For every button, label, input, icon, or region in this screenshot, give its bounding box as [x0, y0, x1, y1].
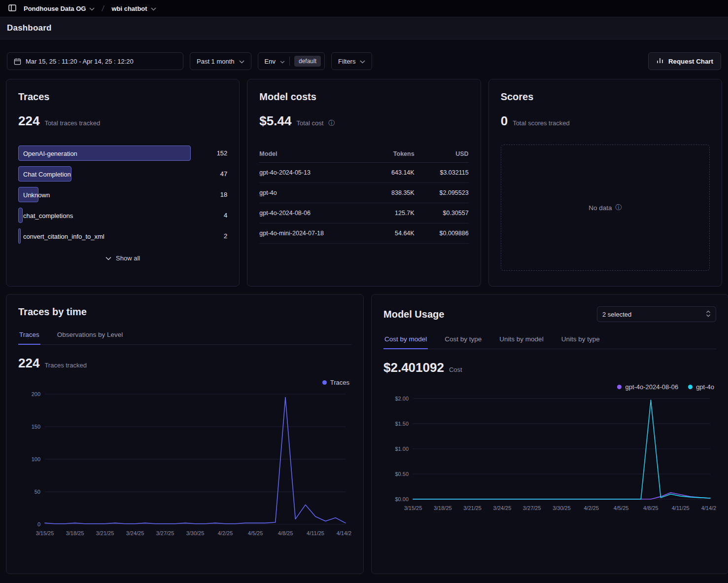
model-cell: gpt-4o-mini-2024-07-18 — [259, 223, 354, 244]
legend-dot — [322, 380, 327, 385]
svg-text:3/30/25: 3/30/25 — [553, 505, 571, 511]
model-costs-table: Model Tokens USD gpt-4o-2024-05-13 643.1… — [259, 146, 468, 244]
dashboard-cards: Traces 224 Total traces tracked OpenAI-g… — [0, 77, 728, 580]
chevron-down-icon — [280, 58, 285, 65]
svg-text:3/21/25: 3/21/25 — [463, 505, 482, 511]
env-label: Env — [265, 58, 276, 65]
model-cell: gpt-4o — [259, 183, 354, 203]
trace-bar-label: Unknown — [23, 191, 50, 198]
trace-bar-row[interactable]: Unknown 18 — [18, 187, 227, 202]
svg-text:4/8/25: 4/8/25 — [278, 530, 293, 536]
svg-text:3/21/25: 3/21/25 — [96, 530, 114, 536]
scores-empty-state: No data ⓘ — [501, 145, 710, 271]
trace-bar-row[interactable]: OpenAI-generation 152 — [18, 146, 227, 161]
svg-text:3/30/25: 3/30/25 — [186, 530, 205, 536]
model-select[interactable]: 2 selected — [597, 306, 716, 322]
sidebar-toggle-button[interactable] — [6, 2, 19, 15]
table-row: gpt-4o-2024-08-06 125.7K $0.30557 — [259, 203, 468, 223]
traces-by-time-title: Traces by time — [18, 306, 351, 318]
chevron-down-icon — [89, 5, 95, 12]
show-all-button[interactable]: Show all — [18, 255, 227, 262]
tab-units-by-model[interactable]: Units by model — [498, 331, 544, 349]
tab-traces[interactable]: Traces — [18, 327, 40, 345]
updown-chevron-icon — [706, 310, 711, 319]
tab-cost-by-model[interactable]: Cost by model — [383, 331, 428, 349]
traces-time-total-label: Traces tracked — [44, 362, 87, 369]
env-filter[interactable]: Env default — [258, 52, 325, 70]
trace-bar-label: convert_citation_info_to_xml — [23, 232, 104, 240]
svg-text:3/27/25: 3/27/25 — [523, 505, 541, 511]
svg-text:100: 100 — [32, 456, 40, 462]
legend-label: Traces — [330, 379, 349, 386]
filters-button[interactable]: Filters — [331, 52, 372, 70]
usd-cell: $0.30557 — [415, 203, 469, 223]
traces-bar-list: OpenAI-generation 152 Chat Completion 47… — [18, 146, 227, 244]
traces-card-title: Traces — [18, 91, 227, 103]
svg-text:$1.50: $1.50 — [395, 421, 409, 427]
svg-text:4/11/25: 4/11/25 — [307, 530, 324, 536]
svg-text:3/18/25: 3/18/25 — [66, 530, 84, 536]
svg-text:4/8/25: 4/8/25 — [643, 505, 659, 511]
period-select[interactable]: Past 1 month — [190, 52, 251, 70]
model-costs-card: Model costs $5.44 Total cost ⓘ Model Tok… — [247, 79, 481, 287]
date-range-value: Mar 15, 25 : 11:20 - Apr 14, 25 : 12:20 — [26, 58, 134, 65]
model-costs-total: $5.44 — [259, 113, 291, 129]
trace-bar-row[interactable]: Chat Completion 47 — [18, 166, 227, 182]
chevron-down-icon — [239, 58, 244, 65]
traces-time-tabs: TracesObservations by Level — [18, 327, 351, 345]
trace-bar — [18, 228, 21, 244]
svg-text:3/27/25: 3/27/25 — [156, 530, 174, 536]
org-switcher[interactable]: Pondhouse Data OG — [24, 5, 95, 12]
trace-bar-row[interactable]: convert_citation_info_to_xml 2 — [18, 228, 227, 244]
chevron-down-icon — [105, 255, 111, 262]
date-range-picker[interactable]: Mar 15, 25 : 11:20 - Apr 14, 25 : 12:20 — [7, 52, 183, 70]
filter-row: Mar 15, 25 : 11:20 - Apr 14, 25 : 12:20 … — [0, 39, 728, 77]
traces-total-label: Total traces tracked — [44, 119, 100, 127]
model-usage-total-label: Cost — [449, 366, 462, 373]
trace-bar-row[interactable]: chat_completions 4 — [18, 208, 227, 223]
svg-text:3/24/25: 3/24/25 — [493, 505, 512, 511]
table-row: gpt-4o 838.35K $2.095523 — [259, 183, 468, 203]
column-usd: USD — [415, 146, 469, 163]
trace-bar-value: 18 — [206, 191, 227, 198]
scores-title: Scores — [501, 91, 710, 103]
scores-card: Scores 0 Total scores tracked No data ⓘ — [488, 79, 722, 287]
page-header: Dashboard — [0, 17, 728, 39]
traces-by-time-card: Traces by time TracesObservations by Lev… — [6, 294, 364, 574]
model-select-value: 2 selected — [602, 311, 631, 318]
svg-text:4/14/25: 4/14/25 — [337, 530, 351, 536]
svg-text:4/5/25: 4/5/25 — [248, 530, 263, 536]
project-switcher[interactable]: wbi chatbot — [111, 5, 156, 12]
scores-total-label: Total scores tracked — [513, 119, 570, 127]
tab-units-by-type[interactable]: Units by type — [560, 331, 601, 349]
period-value: Past 1 month — [197, 58, 235, 65]
svg-text:50: 50 — [35, 489, 40, 495]
svg-text:$0.50: $0.50 — [395, 471, 409, 477]
traces-chart-legend: Traces — [20, 379, 349, 386]
model-cell: gpt-4o-2024-08-06 — [259, 203, 354, 223]
chevron-down-icon — [151, 5, 156, 12]
trace-bar-value: 4 — [206, 212, 227, 219]
trace-bar-value: 47 — [206, 170, 227, 178]
info-icon: ⓘ — [615, 203, 622, 212]
legend-item-traces: Traces — [322, 379, 349, 386]
svg-text:4/5/25: 4/5/25 — [614, 505, 629, 511]
svg-text:150: 150 — [32, 424, 40, 430]
model-costs-total-label: Total cost — [296, 119, 323, 127]
tab-observations-by-level[interactable]: Observations by Level — [56, 327, 124, 345]
topbar: Pondhouse Data OG wbi chatbot — [0, 0, 728, 17]
svg-text:$1.00: $1.00 — [395, 446, 409, 452]
model-usage-card: Model Usage 2 selected Cost by modelCost… — [371, 294, 728, 574]
trace-bar-value: 2 — [206, 232, 227, 240]
svg-text:3/15/25: 3/15/25 — [36, 530, 54, 536]
tab-cost-by-type[interactable]: Cost by type — [444, 331, 483, 349]
env-default-badge: default — [294, 56, 321, 67]
table-row: gpt-4o-mini-2024-07-18 54.64K $0.009886 — [259, 223, 468, 244]
legend-label: gpt-4o-2024-08-06 — [625, 383, 678, 391]
model-usage-tabs: Cost by modelCost by typeUnits by modelU… — [383, 331, 716, 349]
svg-text:3/18/25: 3/18/25 — [434, 505, 452, 511]
model-usage-legend: gpt-4o-2024-08-06 gpt-4o — [385, 383, 714, 391]
sidebar-panel-icon — [8, 3, 17, 14]
svg-text:4/2/25: 4/2/25 — [584, 505, 599, 511]
request-chart-button[interactable]: Request Chart — [648, 52, 721, 70]
